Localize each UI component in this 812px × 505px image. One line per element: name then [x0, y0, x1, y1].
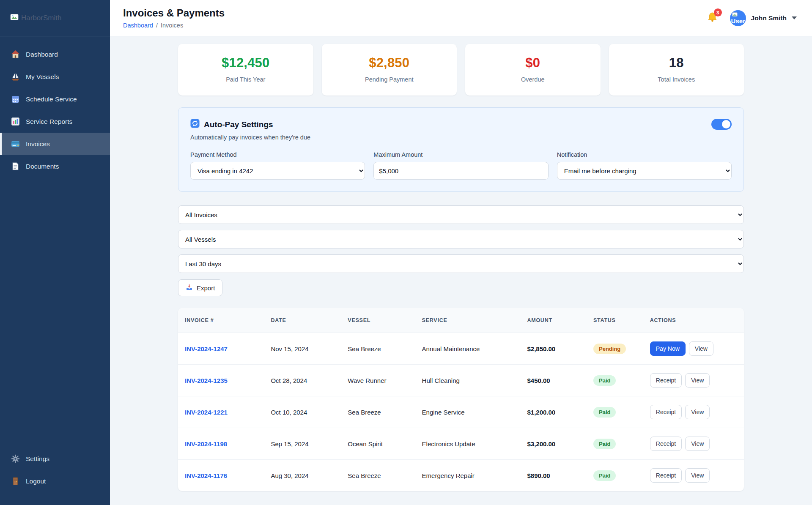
payment-method-label: Payment Method [190, 151, 365, 158]
calendar-icon [11, 95, 20, 104]
invoice-link[interactable]: INV-2024-1221 [185, 409, 228, 416]
invoice-service: Emergency Repair [415, 460, 521, 491]
breadcrumb-link-dashboard[interactable]: Dashboard [123, 22, 153, 29]
notification-count-badge: 3 [714, 8, 722, 16]
invoice-vessel: Ocean Spirit [341, 428, 415, 460]
chevron-down-icon[interactable] [792, 16, 797, 19]
page-header: Invoices & Payments Dashboard/Invoices 3… [110, 0, 812, 36]
column-header-vessel: VESSEL [341, 308, 415, 333]
view-button[interactable]: View [685, 468, 710, 483]
gear-icon [11, 454, 20, 463]
page-title: Invoices & Payments [123, 7, 225, 19]
payment-method-select[interactable]: Visa ending in 4242 [190, 162, 365, 180]
pay-now-button[interactable]: Pay Now [650, 341, 686, 356]
notifications-button[interactable]: 3 [707, 11, 718, 25]
sidebar-nav: Dashboard My Vessels Schedule Service Se… [0, 36, 110, 448]
stat-value: 18 [609, 55, 744, 71]
view-button[interactable]: View [685, 437, 710, 451]
stat-value: $12,450 [178, 55, 313, 71]
invoice-service: Engine Service [415, 396, 521, 428]
invoice-link[interactable]: INV-2024-1247 [185, 345, 228, 352]
notification-select[interactable]: Email me before charging [557, 162, 732, 180]
view-button[interactable]: View [689, 341, 713, 356]
invoice-link[interactable]: INV-2024-1235 [185, 377, 228, 384]
brand-name: HarborSmith [21, 14, 61, 22]
column-header-status: STATUS [587, 308, 643, 333]
receipt-button[interactable]: Receipt [650, 405, 682, 419]
stat-label: Total Invoices [609, 76, 744, 83]
date-range-filter-select[interactable]: Last 30 days [178, 254, 744, 273]
sidebar-footer: Settings Logout [0, 448, 110, 505]
autopay-subtitle: Automatically pay invoices when they're … [190, 134, 310, 141]
sidebar-item-settings[interactable]: Settings [0, 448, 110, 470]
invoice-date: Nov 15, 2024 [264, 333, 341, 365]
app-window: HarborSmith Dashboard My Vessels Schedul… [0, 0, 812, 505]
receipt-button[interactable]: Receipt [650, 373, 682, 388]
receipt-button[interactable]: Receipt [650, 468, 682, 483]
notification-label: Notification [557, 151, 732, 158]
stat-label: Pending Payment [322, 76, 457, 83]
sidebar-item-logout[interactable]: Logout [0, 470, 110, 492]
invoice-status-filter-select[interactable]: All Invoices [178, 205, 744, 224]
stat-value: $0 [465, 55, 601, 71]
stat-label: Paid This Year [178, 76, 313, 83]
stat-card-overdue: $0 Overdue [465, 44, 601, 96]
invoice-date: Aug 30, 2024 [264, 460, 341, 491]
sidebar-item-schedule-service[interactable]: Schedule Service [0, 88, 110, 110]
toggle-knob [722, 120, 730, 128]
table-header-row: INVOICE # DATE VESSEL SERVICE AMOUNT STA… [178, 308, 744, 333]
view-button[interactable]: View [685, 373, 710, 388]
refresh-icon [190, 119, 200, 130]
maximum-amount-input[interactable] [373, 162, 548, 180]
stats-row: $12,450 Paid This Year $2,850 Pending Pa… [178, 44, 744, 96]
invoice-amount: $3,200.00 [520, 428, 587, 460]
receipt-button[interactable]: Receipt [650, 437, 682, 451]
autopay-panel: Auto-Pay Settings Automatically pay invo… [178, 107, 744, 192]
status-badge: Paid [593, 375, 616, 386]
invoices-table: INVOICE # DATE VESSEL SERVICE AMOUNT STA… [178, 308, 744, 491]
document-icon [11, 162, 20, 171]
stat-value: $2,850 [322, 55, 457, 71]
door-icon [11, 477, 20, 486]
avatar[interactable]: User [730, 10, 746, 26]
sidebar-item-label: Schedule Service [26, 96, 77, 103]
invoice-vessel: Wave Runner [341, 365, 415, 396]
status-badge: Paid [593, 407, 616, 418]
brand-logo: HarborSmith [0, 0, 110, 36]
stat-card-total-invoices: 18 Total Invoices [609, 44, 744, 96]
invoice-service: Electronics Update [415, 428, 521, 460]
sidebar-item-dashboard[interactable]: Dashboard [0, 43, 110, 66]
breadcrumb-current: Invoices [161, 22, 183, 29]
column-header-amount: AMOUNT [520, 308, 587, 333]
export-button[interactable]: Export [178, 279, 222, 296]
invoice-vessel: Sea Breeze [341, 333, 415, 365]
invoice-vessel: Sea Breeze [341, 396, 415, 428]
status-badge: Paid [593, 439, 616, 449]
invoice-service: Annual Maintenance [415, 333, 521, 365]
sidebar: HarborSmith Dashboard My Vessels Schedul… [0, 0, 110, 505]
invoice-link[interactable]: INV-2024-1198 [185, 440, 227, 448]
bell-icon [707, 17, 718, 24]
sidebar-item-invoices[interactable]: Invoices [0, 133, 110, 155]
autopay-toggle[interactable] [711, 119, 732, 130]
invoice-link[interactable]: INV-2024-1176 [185, 472, 227, 479]
vessel-filter-select[interactable]: All Vessels [178, 230, 744, 248]
sidebar-item-label: Invoices [26, 140, 50, 148]
sidebar-item-my-vessels[interactable]: My Vessels [0, 66, 110, 88]
table-row: INV-2024-1198 Sep 15, 2024 Ocean Spirit … [178, 428, 744, 460]
sidebar-item-label: My Vessels [26, 73, 59, 81]
invoice-amount: $1,200.00 [520, 396, 587, 428]
column-header-actions: ACTIONS [643, 308, 744, 333]
invoice-date: Oct 28, 2024 [264, 365, 341, 396]
column-header-invoice: INVOICE # [178, 308, 264, 333]
sidebar-item-documents[interactable]: Documents [0, 155, 110, 177]
invoice-amount: $2,850.00 [520, 333, 587, 365]
autopay-title: Auto-Pay Settings [204, 120, 273, 129]
table-row: INV-2024-1247 Nov 15, 2024 Sea Breeze An… [178, 333, 744, 365]
user-name: John Smith [751, 14, 787, 22]
column-header-service: SERVICE [415, 308, 521, 333]
sidebar-item-service-reports[interactable]: Service Reports [0, 110, 110, 133]
invoice-vessel: Sea Breeze [341, 460, 415, 491]
invoice-service: Hull Cleaning [415, 365, 521, 396]
view-button[interactable]: View [685, 405, 710, 419]
